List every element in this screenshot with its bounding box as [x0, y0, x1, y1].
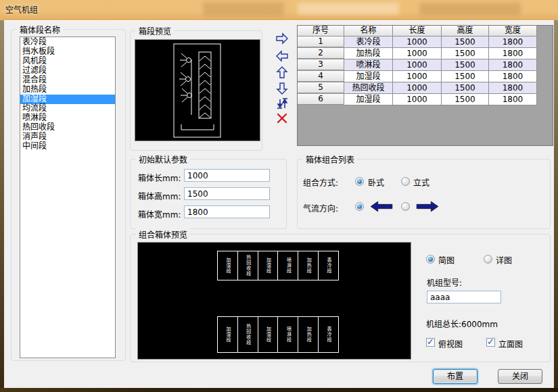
grid-row-header: 1	[298, 36, 344, 47]
airflow-right-arrow-icon[interactable]	[415, 201, 440, 212]
vertical-mode-label[interactable]: 立式	[413, 176, 429, 188]
grid-cell: 1500	[442, 71, 489, 82]
box-height-label: 箱体高mm:	[138, 190, 181, 201]
preview-box: 表冷段	[318, 316, 339, 353]
top-view-checkbox[interactable]	[426, 338, 435, 347]
list-item[interactable]: 混合段	[20, 76, 115, 85]
grid-cell: 1800	[489, 59, 537, 71]
vertical-mode-radio[interactable]	[401, 177, 410, 186]
grid-cell: 1800	[489, 94, 537, 105]
top-view-label[interactable]: 俯视图	[438, 338, 463, 349]
preview-box: 喷淋段	[277, 316, 298, 353]
grid-cell: 1500	[442, 59, 489, 71]
combine-mode-label: 组合方式:	[303, 176, 338, 188]
grid-row[interactable]: 3喷淋段100015001800	[298, 59, 553, 71]
detailed-diagram-radio[interactable]	[484, 255, 492, 264]
close-button[interactable]: 关闭	[498, 369, 542, 384]
elevation-view-label[interactable]: 立面图	[498, 338, 523, 349]
box-length-input[interactable]	[184, 169, 270, 182]
move-down-button[interactable]	[275, 82, 291, 95]
up-arrow-icon	[275, 66, 289, 79]
list-item[interactable]: 喷淋段	[20, 114, 115, 123]
simple-diagram-radio[interactable]	[426, 255, 435, 264]
grid-row-header: 5	[298, 82, 344, 93]
preview-box: 喷淋段	[277, 251, 298, 280]
horizontal-mode-radio[interactable]	[355, 177, 364, 186]
elevation-view-checkbox[interactable]	[486, 338, 495, 347]
list-item[interactable]: 挡水板段	[20, 47, 115, 57]
grid-cell: 1500	[442, 48, 489, 59]
group-default-params: 初始默认参数 箱体长mm: 箱体高mm: 箱体宽mm:	[130, 159, 287, 229]
simple-diagram-label[interactable]: 简图	[438, 254, 455, 266]
right-arrow-icon	[275, 32, 289, 45]
grid-row[interactable]: 4加湿段100015001800	[298, 71, 553, 82]
list-item[interactable]: 过滤段	[20, 66, 115, 76]
grid-header-cell[interactable]: 序号	[298, 26, 344, 36]
detailed-diagram-label[interactable]: 详图	[496, 254, 512, 266]
grid-cell: 1800	[489, 82, 537, 94]
window-frame-bottom	[0, 388, 558, 392]
titlebar[interactable]: 空气机组	[0, 0, 558, 20]
grid-header-cell[interactable]: 长度	[393, 26, 442, 36]
down-arrow-icon	[275, 82, 289, 95]
grid-cell: 1000	[393, 94, 442, 105]
titlebar-glass-decoration	[203, 2, 284, 16]
grid-row-header: 2	[298, 48, 344, 59]
grid-cell: 喷淋段	[344, 59, 393, 71]
swap-sections-button[interactable]	[275, 97, 291, 110]
box-width-input[interactable]	[184, 205, 270, 218]
grid-header-cell[interactable]: 名称	[344, 26, 393, 36]
airflow-right-radio[interactable]	[401, 202, 410, 211]
titlebar-glass-decoration	[298, 3, 399, 15]
sections-grid[interactable]: 序号名称长度高度宽度 1表冷段1000150018002加热段100015001…	[297, 25, 553, 146]
box-length-label: 箱体长mm:	[138, 172, 181, 183]
window-frame-right	[554, 20, 558, 388]
add-section-button[interactable]	[275, 32, 291, 45]
group-combo-list-label: 箱体组合列表	[303, 153, 357, 165]
combined-preview-canvas: 加湿段热回收段加湿段喷淋段加热段表冷段 加湿段热回收段加湿段喷淋段加热段表冷段	[137, 242, 411, 360]
layout-button[interactable]: 布置	[433, 369, 478, 384]
preview-box: 表冷段	[318, 251, 339, 280]
remove-section-button[interactable]	[275, 49, 291, 63]
box-height-input[interactable]	[184, 187, 270, 200]
section-list[interactable]: 表冷段挡水板段风机段过滤段混合段加热段加湿段均流段喷淋段热回收段消声段中间段	[20, 36, 116, 358]
list-item[interactable]: 加湿段	[20, 95, 115, 104]
list-item[interactable]: 热回收段	[20, 123, 115, 132]
grid-row[interactable]: 5热回收段100015001800	[298, 82, 553, 94]
move-up-button[interactable]	[275, 66, 291, 79]
group-combo-list: 箱体组合列表 组合方式: 卧式 立式 气流方向:	[297, 159, 551, 229]
airflow-left-arrow-icon[interactable]	[369, 201, 394, 212]
grid-body: 1表冷段1000150018002加热段1000150018003喷淋段1000…	[298, 36, 553, 105]
grid-header-cell[interactable]: 高度	[442, 26, 489, 36]
left-arrow-icon	[275, 49, 289, 63]
section-preview-canvas	[135, 39, 260, 141]
delete-section-button[interactable]	[275, 112, 291, 125]
grid-cell: 1000	[393, 48, 442, 59]
airflow-left-radio[interactable]	[355, 202, 364, 211]
list-item[interactable]: 中间段	[20, 142, 115, 151]
list-item[interactable]: 风机段	[20, 57, 115, 66]
preview-box: 加湿段	[217, 251, 238, 280]
preview-row-bottom: 加湿段热回收段加湿段喷淋段加热段表冷段	[217, 316, 339, 353]
grid-header-cell[interactable]: 宽度	[489, 26, 537, 36]
grid-cell: 1000	[393, 82, 442, 94]
grid-row[interactable]: 2加热段100015001800	[298, 48, 553, 59]
grid-row[interactable]: 6加湿段100015001800	[298, 94, 553, 105]
horizontal-mode-label[interactable]: 卧式	[368, 176, 384, 188]
grid-row[interactable]: 1表冷段100015001800	[298, 36, 553, 48]
preview-box: 热回收段	[237, 251, 258, 280]
preview-box: 热回收段	[237, 316, 258, 353]
list-item[interactable]: 均流段	[20, 104, 115, 114]
list-item[interactable]: 消声段	[20, 132, 115, 142]
list-item[interactable]: 加热段	[20, 85, 115, 95]
preview-box: 加湿段	[258, 251, 279, 280]
grid-row-header: 3	[298, 59, 344, 70]
list-item[interactable]: 表冷段	[20, 38, 115, 47]
spray-nozzle-icon	[181, 89, 192, 102]
group-section-names-label: 箱体段名称	[17, 24, 63, 35]
delete-x-icon	[275, 112, 289, 125]
preview-box: 加热段	[298, 316, 319, 353]
dialog-body: 箱体段名称 表冷段挡水板段风机段过滤段混合段加热段加湿段均流段喷淋段热回收段消声…	[4, 20, 554, 388]
grid-row-header: 4	[298, 71, 344, 82]
unit-model-input[interactable]	[427, 291, 501, 303]
